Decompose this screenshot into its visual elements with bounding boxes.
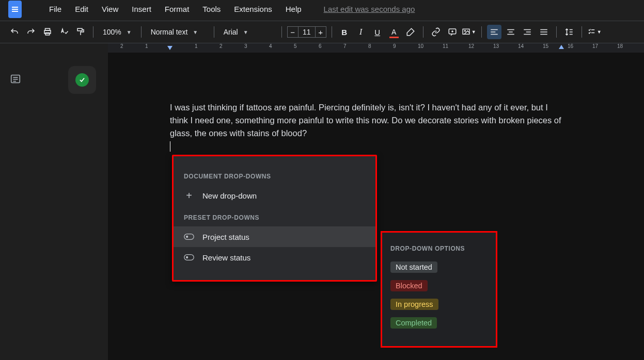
ruler-tick: 2 [219,43,223,49]
docs-logo-icon[interactable] [8,1,22,18]
style-value: Normal text [151,28,188,36]
ruler-tick: 7 [343,43,347,49]
font-size-control: − 11 + [287,26,326,38]
ruler-tick: 11 [443,43,448,49]
italic-button[interactable]: I [354,25,368,39]
toolbar: 100%▼ Normal text▼ Arial▼ − 11 + B I U A… [0,21,644,43]
svg-point-6 [464,30,465,31]
preset-label: Project status [202,233,249,241]
ruler-tick: 12 [468,43,474,49]
align-right-button[interactable] [520,25,535,39]
horizontal-ruler[interactable]: 21123456789101112131415161718 [108,43,644,53]
outline-toggle-icon[interactable] [10,73,21,360]
line-spacing-button[interactable] [562,25,576,39]
dropdown-options-panel: DROP-DOWN OPTIONS Not startedBlockedIn p… [381,231,497,348]
new-dropdown-row[interactable]: + New drop-down [174,185,375,206]
ruler-tick: 1 [145,43,148,49]
preset-project-status[interactable]: Project status [174,226,375,247]
paragraph-text: I was just thinking if tattoos are painf… [170,103,561,138]
menu-insert[interactable]: Insert [125,2,158,17]
first-line-indent-marker[interactable] [167,46,172,50]
option-chip-in-progress[interactable]: In progress [390,299,438,310]
zoom-select[interactable]: 100%▼ [99,25,136,39]
ruler-tick: 4 [269,43,272,49]
dropdown-chip-icon [184,254,194,261]
zoom-value: 100% [103,28,121,36]
paragraph-style-select[interactable]: Normal text▼ [147,25,209,39]
insert-image-button[interactable]: ▼ [462,25,476,39]
text-cursor [170,141,170,152]
font-family-select[interactable]: Arial▼ [219,25,276,39]
ruler-tick: 3 [244,43,247,49]
bold-button[interactable]: B [337,25,352,39]
print-button[interactable] [40,25,55,39]
document-dropdowns-label: DOCUMENT DROP-DOWNS [174,170,375,185]
font-size-value[interactable]: 11 [299,26,315,38]
font-value: Arial [224,28,238,36]
menu-format[interactable]: Format [158,2,196,17]
check-circle-icon [75,73,89,87]
menu-extensions[interactable]: Extensions [227,2,278,17]
spellcheck-button[interactable] [57,25,71,39]
text-color-button[interactable]: A [387,25,401,39]
redo-button[interactable] [24,25,38,39]
ruler-tick: 6 [319,43,322,49]
ruler-tick: 16 [568,43,573,49]
ruler-tick: 1 [195,43,198,49]
menu-tools[interactable]: Tools [196,2,227,17]
ruler-tick: 5 [294,43,297,49]
highlight-button[interactable] [403,25,418,39]
align-justify-button[interactable] [537,25,551,39]
last-edit-link[interactable]: Last edit was seconds ago [324,5,415,13]
menubar: FileEditViewInsertFormatToolsExtensionsH… [0,0,644,18]
document-page[interactable]: I was just thinking if tattoos are painf… [108,53,644,360]
menu-help[interactable]: Help [279,2,308,17]
dropdown-insert-panel: DOCUMENT DROP-DOWNS + New drop-down PRES… [172,155,377,282]
ruler-tick: 2 [120,43,123,49]
ruler-tick: 15 [543,43,548,49]
underline-button[interactable]: U [370,25,385,39]
preset-label: Review status [202,253,250,262]
svg-rect-3 [77,28,82,31]
new-dropdown-label: New drop-down [202,191,257,200]
align-center-button[interactable] [504,25,518,39]
font-size-decrease-button[interactable]: − [287,26,299,38]
menu-edit[interactable]: Edit [68,2,95,17]
undo-button[interactable] [7,25,22,39]
svg-point-9 [186,236,188,237]
option-chip-not-started[interactable]: Not started [390,261,437,273]
right-indent-marker[interactable] [559,45,564,49]
ruler-tick: 9 [393,43,396,49]
svg-rect-10 [184,255,194,260]
insert-link-button[interactable] [429,25,443,39]
dropdown-options-label: DROP-DOWN OPTIONS [390,245,488,252]
ruler-tick: 13 [493,43,499,49]
preset-review-status[interactable]: Review status [174,247,375,268]
outline-panel [0,53,31,360]
document-body-text[interactable]: I was just thinking if tattoos are painf… [170,101,562,154]
menu-view[interactable]: View [95,2,125,17]
ruler-tick: 18 [617,43,623,49]
svg-point-11 [186,256,188,258]
ruler-tick: 14 [518,43,524,49]
align-left-button[interactable] [487,25,501,39]
suggestion-badge[interactable] [68,66,96,94]
plus-icon: + [184,190,194,202]
option-chip-blocked[interactable]: Blocked [390,280,428,291]
dropdown-chip-icon [184,233,194,240]
svg-rect-8 [184,234,194,240]
checklist-button[interactable]: ▼ [587,25,602,39]
ruler-tick: 10 [418,43,423,49]
insert-comment-button[interactable] [445,25,460,39]
paint-format-button[interactable] [73,25,88,39]
menu-file[interactable]: File [42,2,68,17]
ruler-tick: 8 [368,43,371,49]
option-chip-completed[interactable]: Completed [390,317,437,329]
ruler-tick: 17 [592,43,598,49]
font-size-increase-button[interactable]: + [315,26,326,38]
preset-dropdowns-label: PRESET DROP-DOWNS [174,211,375,226]
